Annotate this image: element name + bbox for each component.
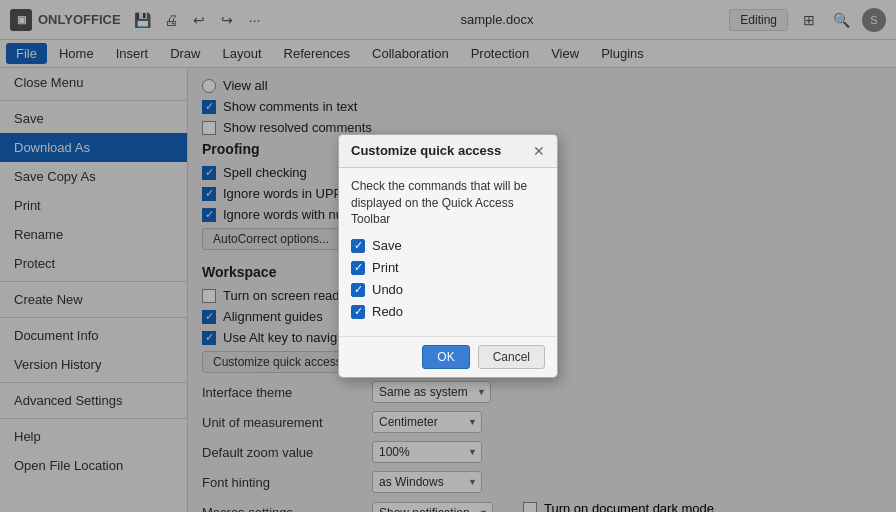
modal-label-print: Print — [372, 260, 399, 275]
modal-footer: OK Cancel — [339, 336, 557, 377]
modal-label-redo: Redo — [372, 304, 403, 319]
modal-header: Customize quick access ✕ — [339, 135, 557, 168]
modal-checkbox-save[interactable]: ✓ — [351, 239, 365, 253]
modal-overlay: Customize quick access ✕ Check the comma… — [0, 0, 896, 512]
modal-check-redo: ✓ Redo — [351, 304, 545, 319]
modal-body: Check the commands that will be displaye… — [339, 168, 557, 336]
modal-checkbox-undo[interactable]: ✓ — [351, 283, 365, 297]
customize-quick-access-modal: Customize quick access ✕ Check the comma… — [338, 134, 558, 378]
modal-label-undo: Undo — [372, 282, 403, 297]
modal-close-button[interactable]: ✕ — [533, 143, 545, 159]
modal-check-save: ✓ Save — [351, 238, 545, 253]
modal-description: Check the commands that will be displaye… — [351, 178, 545, 228]
modal-ok-button[interactable]: OK — [422, 345, 469, 369]
modal-check-print: ✓ Print — [351, 260, 545, 275]
modal-checkbox-redo[interactable]: ✓ — [351, 305, 365, 319]
modal-label-save: Save — [372, 238, 402, 253]
modal-check-undo: ✓ Undo — [351, 282, 545, 297]
modal-cancel-button[interactable]: Cancel — [478, 345, 545, 369]
modal-checkbox-print[interactable]: ✓ — [351, 261, 365, 275]
modal-title: Customize quick access — [351, 143, 501, 158]
